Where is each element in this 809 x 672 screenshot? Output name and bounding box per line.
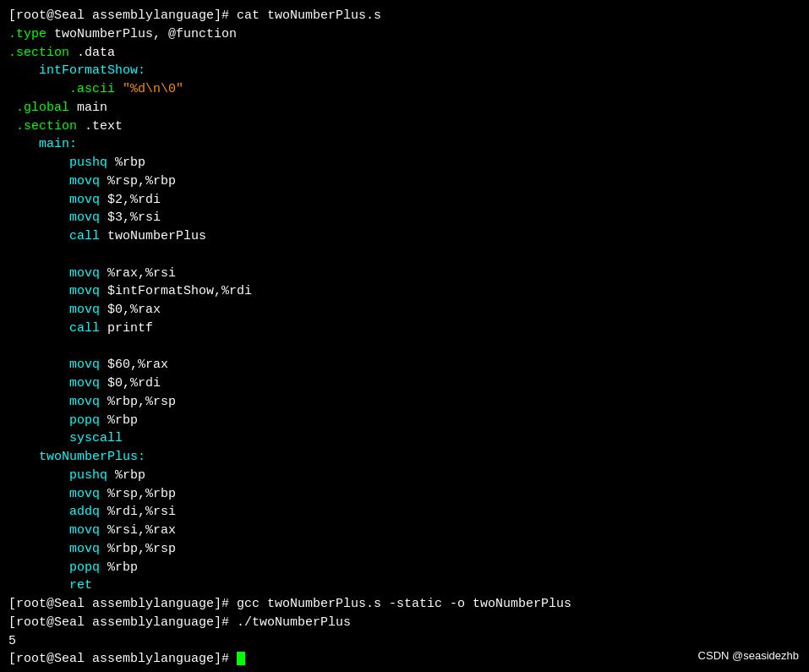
line-10: movq %rsp,%rbp [8,172,801,191]
line-26: pushq %rbp [8,467,801,485]
line-9: pushq %rbp [8,154,801,172]
line-34: [root@Seal assemblylanguage]# ./twoNumbe… [8,614,801,632]
line-23: popq %rbp [8,412,801,430]
line-30: movq %rbp,%rsp [8,540,801,559]
line-24: syscall [8,429,801,448]
line-blank-1 [8,246,801,265]
line-22: movq %rbp,%rsp [8,393,801,412]
line-13: call twoNumberPlus [8,227,801,246]
line-15: movq %rax,%rsi [8,265,801,283]
line-2: .type twoNumberPlus, @function [8,25,801,44]
line-17: movq $0,%rax [8,301,801,320]
line-31: popq %rbp [8,559,801,577]
line-16: movq $intFormatShow,%rdi [8,282,801,301]
line-20: movq $60,%rax [8,356,801,374]
watermark: CSDN @seasidezhb [698,649,799,662]
line-12: movq $3,%rsi [8,209,801,227]
prompt-1: [root@Seal assemblylanguage]# [8,8,237,23]
line-4: intFormatShow: [8,62,801,80]
terminal-window: [root@Seal assemblylanguage]# cat twoNum… [0,0,809,672]
line-blank-2 [8,338,801,357]
line-29: movq %rsi,%rax [8,522,801,540]
line-1: [root@Seal assemblylanguage]# cat twoNum… [8,7,801,25]
line-33: [root@Seal assemblylanguage]# gcc twoNum… [8,595,801,614]
line-36: [root@Seal assemblylanguage]# [8,650,801,669]
line-35-output: 5 [8,632,801,651]
line-32: ret [8,576,801,595]
line-27: movq %rsp,%rbp [8,485,801,504]
line-25: twoNumberPlus: [8,448,801,467]
line-21: movq $0,%rdi [8,374,801,393]
line-7: .section .text [8,117,801,136]
line-28: addq %rdi,%rsi [8,503,801,522]
line-8: main: [8,135,801,154]
line-3: .section .data [8,44,801,63]
line-11: movq $2,%rdi [8,191,801,210]
line-6: .global main [8,99,801,117]
terminal-content: [root@Seal assemblylanguage]# cat twoNum… [8,7,801,669]
line-18: call printf [8,320,801,338]
line-5: .ascii "%d\n\0" [8,80,801,99]
terminal-cursor [237,652,245,665]
